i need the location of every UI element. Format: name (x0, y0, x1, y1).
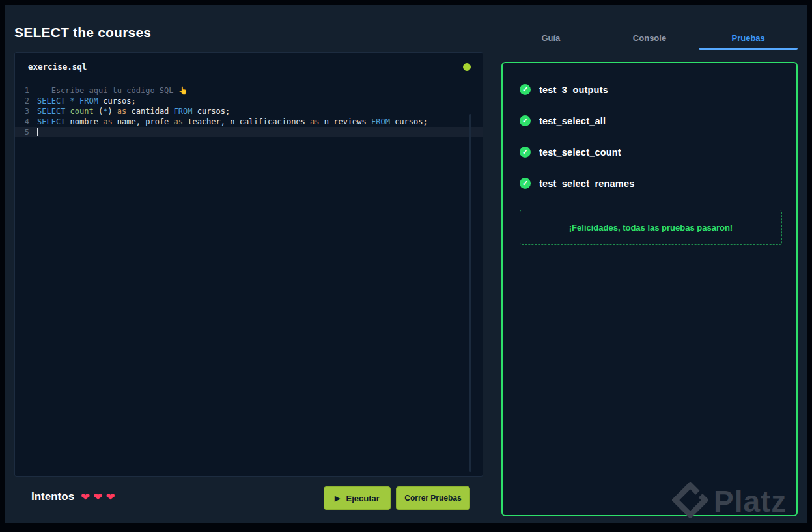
code-line[interactable]: 2SELECT * FROM cursos; (15, 96, 483, 106)
check-icon: ✓ (520, 115, 531, 126)
test-row: ✓test_3_outputs (520, 84, 782, 95)
code-line[interactable]: 1-- Escribe aquí tu código SQL 👆 (15, 85, 483, 96)
code-lines: 1-- Escribe aquí tu código SQL 👆2SELECT … (15, 85, 483, 137)
code-line[interactable]: 5 (15, 127, 483, 137)
tab-label: Pruebas (732, 33, 765, 43)
editor-scrollbar[interactable] (469, 114, 471, 472)
page-title: SELECT the courses (14, 25, 151, 40)
congrats-text: ¡Felicidades, todas las pruebas pasaron! (569, 223, 733, 232)
test-row: ✓test_select_renames (520, 178, 782, 189)
sql-editor-card: exercise.sql 1-- Escribe aquí tu código … (14, 52, 483, 477)
code-text: SELECT nombre as name, profe as teacher,… (37, 117, 483, 127)
test-name: test_select_renames (539, 178, 634, 189)
line-number: 1 (15, 85, 37, 96)
run-tests-button[interactable]: Correr Pruebas (396, 486, 470, 510)
test-row: ✓test_select_all (520, 115, 782, 126)
check-icon: ✓ (520, 178, 531, 189)
code-line[interactable]: 3SELECT count (*) as cantidad FROM curso… (15, 106, 483, 117)
code-text: -- Escribe aquí tu código SQL 👆 (37, 85, 483, 96)
heart-icon: ❤ (81, 492, 90, 503)
test-row: ✓test_select_count (520, 147, 782, 158)
status-dot-icon (463, 63, 471, 71)
run-tests-button-label: Correr Pruebas (404, 494, 461, 503)
check-icon: ✓ (520, 147, 531, 158)
heart-icon: ❤ (93, 492, 102, 503)
tab-label: Guía (541, 33, 560, 43)
code-editor[interactable]: 1-- Escribe aquí tu código SQL 👆2SELECT … (15, 81, 483, 476)
editor-header: exercise.sql (15, 53, 483, 81)
test-name: test_3_outputs (539, 85, 608, 95)
hearts: ❤❤❤ (81, 492, 115, 503)
play-icon: ▶ (335, 495, 340, 502)
screen: SELECT the courses exercise.sql 1-- Escr… (0, 0, 812, 532)
tab-console[interactable]: Console (600, 27, 699, 49)
tab-pruebas[interactable]: Pruebas (699, 27, 798, 49)
code-text (37, 127, 483, 137)
line-number: 4 (15, 117, 37, 127)
line-number: 3 (15, 106, 37, 117)
editor-filename: exercise.sql (28, 62, 87, 72)
tab-guia[interactable]: Guía (501, 27, 600, 49)
congrats-box: ¡Felicidades, todas las pruebas pasaron! (520, 210, 782, 245)
run-button[interactable]: ▶ Ejecutar (324, 486, 391, 510)
test-list: ✓test_3_outputs✓test_select_all✓test_sel… (520, 84, 782, 189)
test-name: test_select_count (539, 147, 621, 158)
code-line[interactable]: 4SELECT nombre as name, profe as teacher… (15, 117, 483, 127)
tab-bar: Guía Console Pruebas (501, 27, 798, 49)
code-text: SELECT count (*) as cantidad FROM cursos… (37, 106, 483, 117)
line-number: 2 (15, 96, 37, 106)
heart-icon: ❤ (106, 492, 115, 503)
code-text: SELECT * FROM cursos; (37, 96, 483, 106)
attempts-row: Intentos ❤❤❤ (31, 490, 115, 503)
run-button-label: Ejecutar (346, 494, 380, 503)
attempts-label: Intentos (31, 490, 74, 503)
line-number: 5 (15, 127, 37, 137)
check-icon: ✓ (520, 84, 531, 95)
tab-label: Console (633, 33, 666, 43)
tests-panel: ✓test_3_outputs✓test_select_all✓test_sel… (501, 62, 798, 516)
test-name: test_select_all (539, 116, 606, 126)
